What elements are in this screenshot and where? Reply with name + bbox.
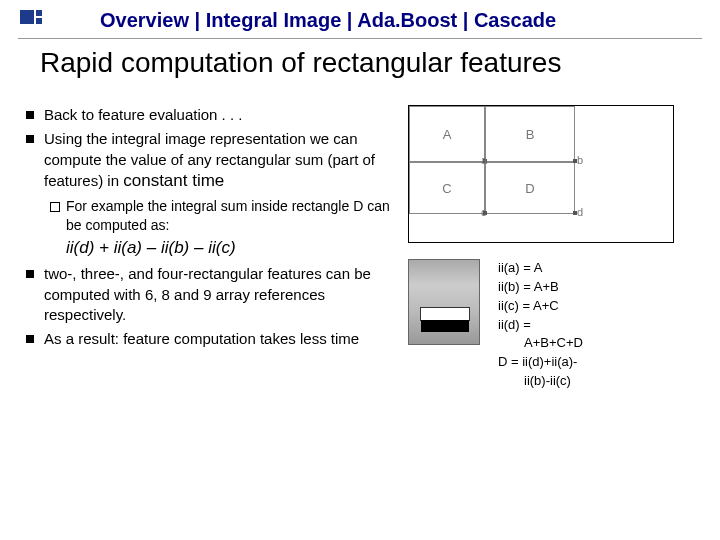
point-label-c: c — [481, 206, 487, 218]
figure-column: A B C D a b c d ii(a) = A ii(b) = A+B ii… — [408, 105, 702, 391]
region-d: D — [485, 162, 575, 214]
point-label-b: b — [577, 154, 583, 166]
bullet-item: Back to feature evaluation . . . — [18, 105, 398, 125]
sub-bullet-item: For example the integral sum inside rect… — [44, 197, 398, 235]
eq-line: ii(a) = A — [498, 259, 583, 278]
eq-line: ii(c) = A+C — [498, 297, 583, 316]
bullet-item: two-, three-, and four-rectangular featu… — [18, 264, 398, 325]
formula-text: ii(d) + ii(a) – ii(b) – ii(c) — [66, 238, 236, 257]
logo-icon — [18, 8, 42, 32]
eq-line: A+B+C+D — [498, 334, 583, 353]
equations: ii(a) = A ii(b) = A+B ii(c) = A+C ii(d) … — [498, 259, 583, 391]
breadcrumb: Overview | Integral Image | Ada.Boost | … — [100, 9, 556, 32]
bullet-column: Back to feature evaluation . . . Using t… — [18, 105, 398, 391]
region-c: C — [409, 162, 485, 214]
bullet-item: Using the integral image representation … — [18, 129, 398, 234]
slide-header: Overview | Integral Image | Ada.Boost | … — [18, 0, 702, 39]
region-b: B — [485, 106, 575, 162]
eq-line: ii(b)-ii(c) — [498, 372, 583, 391]
point-label-d: d — [577, 206, 583, 218]
bullet-emph: constant time — [123, 171, 224, 190]
eq-line: D = ii(d)+ii(a)- — [498, 353, 583, 372]
region-a: A — [409, 106, 485, 162]
bullet-item: As a result: feature computation takes l… — [18, 329, 398, 349]
point-label-a: a — [481, 154, 487, 166]
eq-line: ii(b) = A+B — [498, 278, 583, 297]
face-thumbnail — [408, 259, 480, 345]
eq-line: ii(d) = — [498, 316, 583, 335]
formula: ii(d) + ii(a) – ii(b) – ii(c) — [66, 238, 398, 258]
integral-image-diagram: A B C D a b c d — [408, 105, 674, 243]
page-title: Rapid computation of rectangular feature… — [40, 47, 720, 79]
